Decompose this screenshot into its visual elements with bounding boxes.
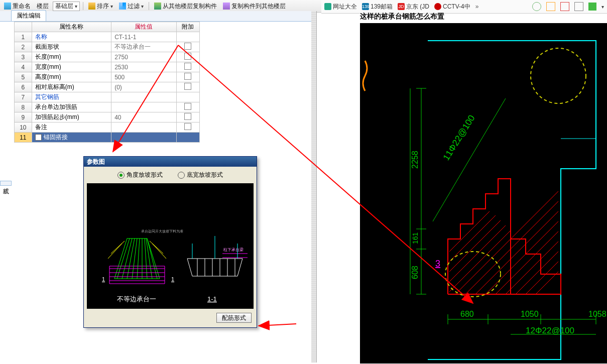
addon-cell[interactable]	[176, 112, 199, 123]
addon-cell[interactable]	[176, 72, 199, 82]
filter-button[interactable]: 过滤 ▾	[117, 2, 146, 11]
svg-line-36	[449, 225, 506, 282]
checkbox-icon[interactable]	[184, 73, 191, 80]
table-row[interactable]: 6相对底标高(m)(0)	[15, 82, 200, 92]
addon-cell[interactable]	[176, 123, 199, 133]
table-row[interactable]: 5高度(mm)500	[15, 72, 200, 82]
prop-name: 锚固搭接	[44, 134, 68, 141]
checkbox-icon[interactable]	[184, 83, 191, 90]
table-row[interactable]: 10备注	[15, 123, 200, 133]
row-number: 10	[15, 123, 32, 133]
tool-icon-1[interactable]	[532, 2, 541, 11]
fav-site-2[interactable]: 139139邮箱	[362, 3, 393, 11]
prop-value[interactable]	[111, 133, 177, 143]
option-angle-slope[interactable]: 角度放坡形式	[117, 171, 163, 179]
floor-select[interactable]: 基础层 ▾	[53, 2, 80, 11]
rebar-form-button[interactable]: 配筋形式	[216, 313, 252, 323]
copy-to-button[interactable]: 复制构件到其他楼层	[221, 2, 288, 11]
prop-value[interactable]	[111, 102, 177, 112]
prop-name: 截面形状	[35, 43, 59, 50]
table-row[interactable]: 8承台单边加强筋	[15, 102, 200, 112]
prop-value[interactable]: 40	[111, 112, 177, 123]
tab-property-edit[interactable]: 属性编辑	[11, 10, 46, 21]
addon-cell[interactable]	[176, 92, 199, 102]
addon-cell[interactable]	[176, 42, 199, 52]
svg-point-49	[531, 48, 586, 103]
prop-value[interactable]: 不等边承台一	[111, 42, 177, 52]
param-diagram: 1 1 柱下承台梁 承台边同开大放	[87, 183, 254, 309]
dim-161: 161	[411, 232, 419, 244]
svg-line-11	[111, 241, 125, 254]
svg-text:柱下承台梁: 柱下承台梁	[223, 248, 244, 252]
copy-from-button[interactable]: 从其他楼层复制构件	[152, 2, 219, 11]
addon-cell[interactable]	[176, 52, 199, 62]
bar-label-horizontal: 12Φ22@100	[526, 326, 574, 335]
table-row[interactable]: 3长度(mm)2750	[15, 52, 200, 62]
checkbox-icon[interactable]	[184, 63, 191, 70]
addon-cell[interactable]	[176, 133, 199, 143]
svg-line-37	[449, 220, 501, 272]
addon-cell[interactable]	[176, 32, 199, 42]
fav-site-3[interactable]: JD京东 (JD	[398, 3, 429, 11]
expand-icon[interactable]: +	[35, 134, 42, 141]
row-number: 11	[15, 133, 32, 143]
tool-icon-4[interactable]	[574, 2, 583, 11]
rename-button[interactable]: 重命名	[2, 2, 33, 11]
table-row[interactable]: 11+锚固搭接	[15, 133, 200, 143]
svg-text:承台边同开大放坡下料为准: 承台边同开大放坡下料为准	[141, 229, 183, 233]
prop-name: 备注	[35, 124, 47, 131]
checkbox-icon[interactable]	[184, 113, 191, 120]
svg-line-43	[485, 221, 558, 294]
checkbox-icon[interactable]	[184, 123, 191, 130]
section-mark-3: 3	[435, 259, 440, 269]
svg-line-48	[536, 272, 558, 294]
tool-icon-2[interactable]	[546, 2, 555, 11]
addon-cell[interactable]	[176, 102, 199, 112]
table-row[interactable]: 2截面形状不等边承台一	[15, 42, 200, 52]
table-row[interactable]: 4宽度(mm)2530	[15, 62, 200, 72]
tab-bar: 属性编辑	[0, 11, 316, 22]
prop-value[interactable]: CT-11-1	[111, 32, 177, 42]
tool-icon-3[interactable]	[560, 2, 569, 11]
chevron-down-icon[interactable]: ▾	[601, 4, 604, 10]
row-number: 6	[15, 82, 32, 92]
option-bottom-width-slope[interactable]: 底宽放坡形式	[178, 171, 223, 179]
prop-value[interactable]: 500	[111, 72, 177, 82]
sort-button[interactable]: 排序 ▾	[86, 2, 115, 11]
dim-1058: 1058	[588, 310, 606, 318]
splitter[interactable]	[311, 11, 316, 362]
svg-line-14	[152, 244, 166, 259]
checkbox-icon[interactable]	[184, 43, 191, 50]
prop-value[interactable]	[111, 92, 177, 102]
checkbox-icon[interactable]	[184, 53, 191, 60]
prop-value[interactable]: (0)	[111, 82, 177, 92]
side-tab[interactable]: 板式	[0, 181, 12, 186]
prop-value[interactable]: 2750	[111, 52, 177, 62]
prop-name: 相对底标高(m)	[35, 83, 74, 90]
table-row[interactable]: 7其它钢筋	[15, 92, 200, 102]
fav-more[interactable]: »	[475, 3, 479, 10]
addon-cell[interactable]	[176, 62, 199, 72]
svg-line-13	[150, 241, 163, 254]
table-row[interactable]: 9加强筋起步(mm)40	[15, 112, 200, 123]
prop-name: 名称	[35, 33, 47, 40]
radio-icon	[117, 172, 125, 179]
svg-line-41	[465, 201, 558, 294]
prop-value[interactable]	[111, 123, 177, 133]
table-row[interactable]: 1名称CT-11-1	[15, 32, 200, 42]
diagram-caption-2: 1-1	[207, 295, 217, 303]
checkbox-icon[interactable]	[184, 103, 191, 110]
fav-site-1[interactable]: 网址大全	[324, 3, 357, 11]
dim-608: 608	[411, 266, 419, 279]
prop-name: 宽度(mm)	[35, 63, 61, 70]
browser-fav-bar: 网址大全 139139邮箱 JD京东 (JD CCTV-4中 » ▾	[321, 0, 607, 14]
svg-line-39	[449, 211, 490, 252]
row-number: 9	[15, 112, 32, 123]
svg-line-44	[496, 231, 558, 294]
addon-cell[interactable]	[176, 82, 199, 92]
prop-value[interactable]: 2530	[111, 62, 177, 72]
tool-icon-5[interactable]	[588, 3, 596, 11]
prop-name: 承台单边加强筋	[35, 103, 77, 110]
fav-site-4[interactable]: CCTV-4中	[434, 3, 470, 11]
cad-viewport[interactable]: 2258 161 608 3 11Φ22@100 680 1050 1058 1…	[360, 23, 607, 363]
